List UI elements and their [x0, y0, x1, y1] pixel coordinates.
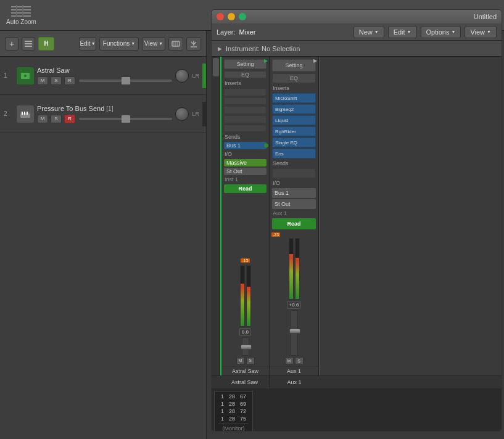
monitor-row-3-c1: 1 — [218, 408, 226, 415]
empty-channels — [320, 57, 502, 375]
track-fader-1[interactable] — [79, 80, 172, 82]
setting-button-2[interactable]: Setting — [272, 59, 316, 72]
insert-empty-1a[interactable] — [224, 88, 266, 96]
channel-strip-aux-1: ▶ Setting EQ Inserts MicroShift BigSeq2 … — [270, 57, 319, 375]
track-knob-2[interactable] — [175, 107, 189, 121]
sends-label-1: Sends — [221, 133, 269, 141]
svg-rect-24 — [22, 112, 23, 115]
ms-buttons-2: M S — [285, 357, 304, 364]
options-menu[interactable]: Options ▼ — [421, 26, 461, 38]
track-name-1: Astral Saw — [37, 67, 172, 74]
view-dropdown[interactable]: View ▼ — [142, 37, 165, 51]
track-name-2: Pressure To Bus Send [1] — [37, 105, 172, 112]
solo-button-2[interactable]: S — [51, 115, 62, 123]
eq-button-2[interactable]: EQ — [272, 73, 316, 83]
monitor-table: 1 28 67 1 28 69 1 28 72 1 — [214, 391, 253, 432]
inserts-label-2: Inserts — [270, 84, 318, 92]
clip-label-1: -15 — [241, 258, 249, 263]
mixer-scrollbar[interactable] — [212, 57, 220, 375]
io-label-2: I/O — [270, 179, 318, 187]
track-controls-2: M S R — [37, 115, 172, 123]
close-button[interactable] — [217, 13, 224, 20]
svg-rect-4 — [16, 5, 17, 17]
functions-arrow: ▼ — [131, 41, 135, 46]
midi-button[interactable] — [168, 37, 183, 51]
ms-buttons-1: M S — [236, 357, 255, 364]
fader-value-2: +0.6 — [287, 301, 302, 309]
edit-dropdown[interactable]: Edit ▼ — [79, 37, 96, 51]
monitor-row-2-c3: 69 — [238, 400, 249, 408]
maximize-button[interactable] — [239, 13, 246, 20]
insert-empty-1d[interactable] — [224, 115, 266, 123]
lr-label-1: LR — [192, 73, 199, 79]
io-slot-2b[interactable]: St Out — [272, 199, 316, 209]
solo-btn-ch1[interactable]: S — [246, 357, 255, 364]
track-knob-1[interactable] — [175, 69, 189, 83]
mute-button-1[interactable]: M — [37, 76, 48, 85]
mute-btn-ch1[interactable]: M — [236, 357, 245, 364]
h-button[interactable]: H — [38, 37, 54, 51]
solo-button-1[interactable]: S — [51, 76, 62, 85]
new-arrow: ▼ — [374, 30, 379, 34]
send-slot-2[interactable] — [272, 168, 316, 178]
insert-empty-1e[interactable] — [224, 125, 266, 133]
read-button-2[interactable]: Read — [272, 218, 316, 229]
channel-fader-1[interactable] — [242, 337, 249, 356]
triangle-marker-1: ▶ — [264, 58, 268, 64]
auto-zoom-area: Auto Zoom — [6, 5, 36, 25]
triangle-icon: ▶ — [218, 46, 222, 52]
io-slot-1b[interactable]: St Out — [224, 168, 266, 175]
functions-dropdown[interactable]: Functions ▼ — [99, 37, 139, 51]
astral-saw-label: Astral Saw — [220, 376, 270, 388]
insert-rghrider[interactable]: RghRider — [272, 126, 316, 136]
left-toolbar: + H Edit ▼ Functions ▼ View ▼ — [0, 31, 206, 57]
insert-empty-1b[interactable] — [224, 97, 266, 105]
insert-liquid[interactable]: Liquid — [272, 115, 316, 125]
export-button[interactable] — [186, 37, 201, 51]
monitor-area: 1 28 67 1 28 69 1 28 72 1 — [212, 388, 502, 432]
channel-fader-handle-2 — [289, 329, 300, 334]
table-row: 1 Astral Saw M S R LR — [0, 57, 206, 95]
insert-empty-1c[interactable] — [224, 106, 266, 114]
record-button-1[interactable]: R — [64, 76, 75, 85]
insert-microshift[interactable]: MicroShift — [272, 93, 316, 103]
read-button-1[interactable]: Read — [224, 184, 266, 193]
clip-section-1: -15 — [241, 258, 249, 264]
view-menu[interactable]: View ▼ — [465, 26, 497, 38]
inst-label-2: Aux 1 — [270, 210, 318, 217]
inst-label-1: Inst 1 — [221, 176, 269, 183]
monitor-row-3-c3: 72 — [238, 408, 249, 415]
svg-rect-12 — [25, 41, 32, 42]
mute-btn-ch2[interactable]: M — [285, 357, 294, 364]
record-button-2[interactable]: R — [64, 115, 75, 123]
insert-bigseq2[interactable]: BigSeq2 — [272, 104, 316, 114]
monitor-row-1-c2: 28 — [226, 393, 238, 400]
vu-fill-right-2 — [295, 258, 299, 299]
track-info-1: Astral Saw M S R — [37, 67, 172, 85]
insert-singleeq[interactable]: Single EQ — [272, 137, 316, 147]
channel-fader-2[interactable] — [291, 310, 298, 356]
view-arrow: ▼ — [487, 30, 491, 34]
track-controls-1: M S R — [37, 76, 172, 85]
edit-menu[interactable]: Edit ▼ — [388, 26, 417, 38]
eq-button-1[interactable]: EQ — [224, 71, 266, 79]
window-title: Untitled — [250, 13, 497, 20]
send-slot-1[interactable]: Bus 1 — [224, 142, 266, 149]
mute-button-2[interactable]: M — [37, 115, 48, 123]
track-color-1 — [202, 64, 206, 88]
svg-rect-13 — [25, 43, 32, 44]
monitor-row-1-c1: 1 — [218, 393, 226, 400]
new-menu[interactable]: New ▼ — [353, 26, 384, 38]
insert-eos[interactable]: Eos — [272, 149, 316, 158]
io-slot-2a[interactable]: Bus 1 — [272, 188, 316, 198]
io-slot-1a[interactable]: Massive — [224, 159, 266, 166]
minimize-button[interactable] — [228, 13, 235, 20]
setting-button-1[interactable]: Setting — [224, 59, 266, 69]
solo-btn-ch2[interactable]: S — [295, 357, 304, 364]
mixer-window: Untitled Layer: Mixer New ▼ Edit ▼ Optio… — [211, 9, 502, 432]
aux1-label: Aux 1 — [270, 376, 319, 388]
track-fader-2[interactable] — [79, 118, 172, 120]
auto-zoom-label: Auto Zoom — [6, 18, 36, 25]
add-track-button[interactable]: + — [5, 37, 19, 51]
list-view-button[interactable] — [22, 37, 35, 51]
